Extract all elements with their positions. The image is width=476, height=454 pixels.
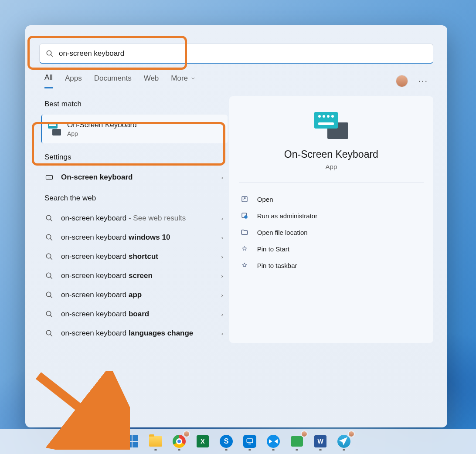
search-icon — [45, 329, 53, 337]
divider — [239, 183, 424, 183]
svg-rect-28 — [247, 439, 253, 443]
tab-documents[interactable]: Documents — [94, 74, 132, 88]
svg-point-14 — [46, 273, 51, 278]
svg-line-17 — [50, 296, 52, 298]
svg-point-20 — [46, 330, 51, 335]
search-input[interactable] — [59, 49, 427, 58]
settings-result-on-screen-keyboard[interactable]: On-screen keyboard › — [39, 168, 229, 187]
svg-point-8 — [46, 215, 51, 220]
action-open-location[interactable]: Open file location — [239, 224, 424, 241]
web-result-text: on-screen keyboard windows 10 — [61, 233, 223, 242]
chevron-right-icon: › — [221, 311, 223, 318]
section-search-web: Search the web — [44, 194, 229, 203]
preview-subtitle: App — [239, 163, 424, 170]
svg-line-15 — [50, 277, 52, 279]
best-match-title: On-Screen Keyboard — [67, 121, 137, 129]
chat-button[interactable] — [287, 431, 307, 451]
teamviewer-icon — [267, 435, 280, 448]
svg-point-16 — [46, 292, 51, 297]
keyboard-icon — [45, 173, 53, 181]
svg-line-21 — [50, 334, 52, 336]
tab-all[interactable]: All — [44, 73, 53, 88]
chevron-right-icon: › — [221, 292, 223, 298]
chevron-down-icon — [190, 76, 196, 81]
svg-point-18 — [46, 311, 51, 316]
excel-button[interactable]: X — [193, 431, 213, 451]
action-label: Open file location — [257, 229, 308, 236]
teamviewer-button[interactable] — [263, 431, 283, 451]
action-pin-start[interactable]: Pin to Start — [239, 241, 424, 257]
web-result-text: on-screen keyboard shortcut — [61, 252, 223, 261]
action-open[interactable]: Open — [239, 191, 424, 207]
search-icon — [46, 50, 54, 58]
section-best-match: Best match — [44, 100, 229, 108]
pin-icon — [241, 261, 248, 269]
preview-title: On-Screen Keyboard — [239, 149, 424, 160]
web-result-1[interactable]: on-screen keyboard windows 10 › — [39, 228, 229, 247]
chevron-right-icon: › — [221, 254, 223, 260]
more-options-button[interactable]: ··· — [418, 76, 428, 86]
search-icon — [45, 214, 53, 222]
svg-line-9 — [50, 219, 52, 221]
pin-icon — [241, 245, 248, 253]
tab-more[interactable]: More — [171, 74, 196, 88]
chevron-right-icon: › — [221, 330, 223, 337]
tab-web[interactable]: Web — [144, 74, 159, 88]
skype-button[interactable]: S — [216, 431, 236, 451]
chevron-right-icon: › — [221, 174, 223, 181]
web-result-2[interactable]: on-screen keyboard shortcut › — [39, 247, 229, 266]
chrome-button[interactable] — [169, 431, 189, 451]
svg-marker-31 — [275, 439, 278, 444]
telegram-icon — [337, 435, 350, 448]
filter-tabs: All Apps Documents Web More ··· — [25, 64, 447, 88]
svg-point-10 — [46, 234, 51, 239]
folder-icon — [241, 228, 248, 236]
chevron-right-icon: › — [221, 215, 223, 222]
action-label: Pin to Start — [257, 245, 289, 253]
web-result-6[interactable]: on-screen keyboard languages change › — [39, 324, 229, 343]
svg-point-12 — [46, 254, 51, 258]
web-result-0[interactable]: on-screen keyboard - See web results › — [39, 209, 229, 228]
start-button[interactable] — [122, 431, 142, 451]
best-match-result[interactable]: On-Screen Keyboard App — [41, 115, 228, 143]
remote-desktop-button[interactable] — [240, 431, 260, 451]
action-label: Run as administrator — [257, 212, 317, 220]
svg-line-1 — [51, 54, 53, 57]
on-screen-keyboard-large-icon — [314, 112, 348, 139]
web-result-text: on-screen keyboard languages change — [61, 329, 223, 338]
telegram-button[interactable] — [334, 431, 354, 451]
settings-item-label: On-screen keyboard — [61, 173, 223, 182]
web-result-text: on-screen keyboard board — [61, 310, 223, 318]
word-button[interactable]: W — [310, 431, 330, 451]
start-search-panel: All Apps Documents Web More ··· Best mat… — [25, 25, 447, 427]
search-icon — [45, 272, 53, 280]
web-result-text: on-screen keyboard screen — [61, 271, 223, 280]
preview-pane: On-Screen Keyboard App Open Run as admin… — [229, 96, 433, 343]
chevron-right-icon: › — [221, 234, 223, 241]
user-avatar[interactable] — [396, 75, 408, 87]
svg-rect-2 — [46, 176, 53, 180]
svg-point-25 — [244, 215, 248, 219]
web-result-5[interactable]: on-screen keyboard board › — [39, 305, 229, 324]
web-result-text: on-screen keyboard - See web results — [61, 214, 223, 223]
search-icon — [45, 234, 53, 241]
svg-rect-22 — [242, 197, 247, 202]
web-result-3[interactable]: on-screen keyboard screen › — [39, 266, 229, 285]
action-pin-taskbar[interactable]: Pin to taskbar — [239, 257, 424, 274]
search-icon — [45, 253, 53, 261]
results-column: Best match On-Screen Keyboard App Settin… — [39, 96, 229, 343]
search-icon — [45, 291, 53, 299]
file-explorer-button[interactable] — [146, 431, 166, 451]
svg-line-11 — [50, 238, 52, 241]
svg-marker-30 — [269, 439, 272, 444]
web-result-4[interactable]: on-screen keyboard app › — [39, 285, 229, 305]
on-screen-keyboard-icon — [48, 122, 61, 136]
action-run-admin[interactable]: Run as administrator — [239, 207, 424, 224]
svg-line-13 — [50, 257, 52, 260]
search-bar[interactable] — [39, 44, 433, 64]
chevron-right-icon: › — [221, 273, 223, 279]
tab-apps[interactable]: Apps — [65, 74, 82, 88]
action-label: Pin to taskbar — [257, 262, 297, 269]
open-icon — [241, 195, 248, 203]
svg-point-0 — [47, 51, 51, 55]
